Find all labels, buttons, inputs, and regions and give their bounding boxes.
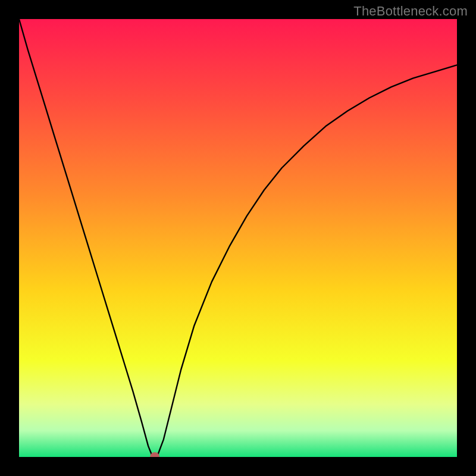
chart-frame: TheBottleneck.com (0, 0, 476, 476)
watermark-text: TheBottleneck.com (353, 4, 468, 19)
gradient-background (19, 19, 457, 457)
bottleneck-plot (19, 19, 457, 457)
